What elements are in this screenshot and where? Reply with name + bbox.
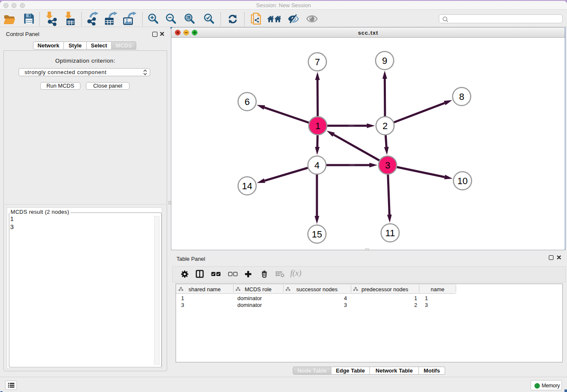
svg-text:11: 11 bbox=[385, 228, 395, 238]
svg-text:1: 1 bbox=[315, 121, 320, 131]
svg-text:3: 3 bbox=[385, 160, 390, 171]
svg-text:4: 4 bbox=[314, 160, 319, 171]
svg-text:15: 15 bbox=[312, 229, 322, 240]
svg-text:9: 9 bbox=[382, 55, 387, 66]
svg-text:10: 10 bbox=[457, 176, 468, 186]
svg-text:8: 8 bbox=[459, 91, 464, 102]
svg-text:6: 6 bbox=[245, 97, 250, 107]
svg-text:2: 2 bbox=[383, 121, 388, 131]
svg-text:7: 7 bbox=[315, 57, 320, 67]
svg-text:14: 14 bbox=[242, 181, 252, 191]
